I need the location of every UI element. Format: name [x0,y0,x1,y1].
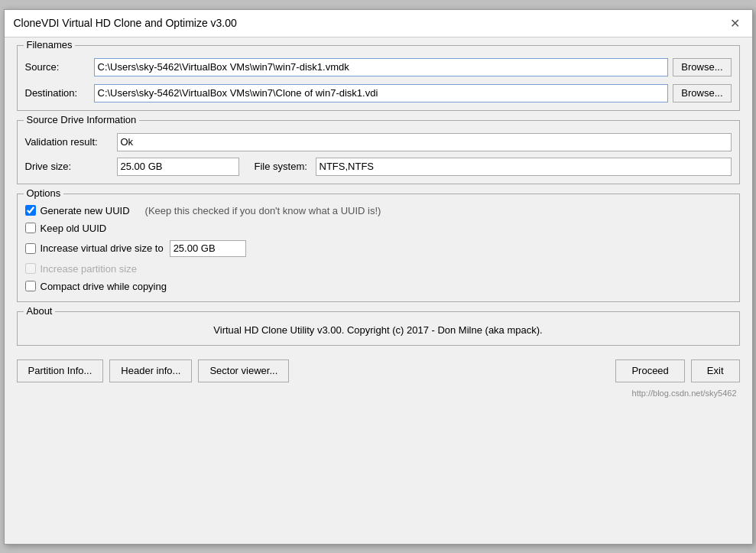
exit-button[interactable]: Exit [691,359,740,382]
source-label: Source: [25,61,94,73]
drive-size-label: Drive size: [25,161,117,172]
generate-uuid-label: Generate new UUID [41,205,130,216]
file-system-label: File system: [255,161,316,172]
title-bar: CloneVDI Virtual HD Clone and Optimize v… [5,10,752,37]
keep-uuid-checkbox[interactable] [25,223,36,233]
drive-size-value: 25.00 GB [117,158,239,176]
close-button[interactable]: ✕ [727,16,743,31]
increase-size-row: Increase virtual drive size to [25,240,732,257]
about-group: About Virtual HD Clone Utility v3.00. Co… [17,311,740,346]
destination-label: Destination: [25,87,94,99]
window-title: CloneVDI Virtual HD Clone and Optimize v… [14,17,237,29]
generate-uuid-checkbox[interactable] [25,205,36,216]
about-text: Virtual HD Clone Utility v3.00. Copyrigh… [25,324,732,336]
generate-uuid-row: Generate new UUID (Keep this checked if … [25,205,732,216]
increase-size-checkbox[interactable] [25,243,36,254]
compact-checkbox[interactable] [25,281,36,291]
compact-row: Compact drive while copying [25,281,732,292]
window-body: Filenames Source: Browse... Destination:… [5,37,752,407]
main-window: CloneVDI Virtual HD Clone and Optimize v… [4,9,753,545]
source-browse-button[interactable]: Browse... [673,58,731,76]
increase-size-label: Increase virtual drive size to [41,242,164,254]
header-info-button[interactable]: Header info... [109,359,192,382]
about-group-label: About [24,305,56,317]
increase-partition-label: Increase partition size [41,263,137,275]
source-drive-group-label: Source Drive Information [24,114,140,125]
partition-info-button[interactable]: Partition Info... [17,359,104,382]
source-input[interactable] [94,58,669,76]
filenames-group-label: Filenames [24,39,76,50]
bottom-bar: Partition Info... Header info... Sector … [17,356,740,387]
validation-value: Ok [117,133,732,151]
keep-uuid-label: Keep old UUID [41,223,107,234]
source-drive-group: Source Drive Information Validation resu… [17,120,740,184]
increase-size-input[interactable] [170,240,246,257]
sector-viewer-button[interactable]: Sector viewer... [198,359,289,382]
destination-browse-button[interactable]: Browse... [673,84,731,102]
generate-uuid-hint: (Keep this checked if you don't know wha… [145,205,381,216]
validation-row: Validation result: Ok [25,133,732,151]
increase-partition-checkbox [25,263,36,274]
compact-label: Compact drive while copying [41,281,167,292]
filenames-group: Filenames Source: Browse... Destination:… [17,45,740,111]
validation-label: Validation result: [25,136,117,148]
increase-partition-row: Increase partition size [25,263,732,275]
keep-uuid-row: Keep old UUID [25,223,732,234]
drive-size-row: Drive size: 25.00 GB File system: NTFS,N… [25,158,732,176]
destination-input[interactable] [94,84,669,102]
destination-row: Destination: Browse... [25,84,732,102]
watermark: http://blog.csdn.net/sky5462 [17,389,740,398]
source-row: Source: Browse... [25,58,732,76]
file-system-value: NTFS,NTFS [316,158,732,176]
proceed-button[interactable]: Proceed [615,359,684,382]
options-group-label: Options [24,187,64,199]
options-group: Options Generate new UUID (Keep this che… [17,194,740,302]
